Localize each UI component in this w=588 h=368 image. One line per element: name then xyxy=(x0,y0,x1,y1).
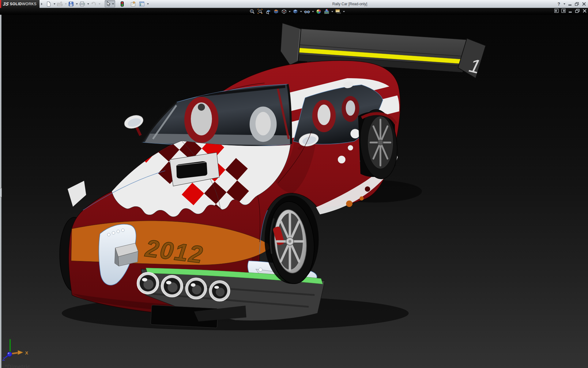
undo-arrow-icon xyxy=(91,1,96,7)
rebuild-traffic-light-icon xyxy=(120,1,124,7)
apply-scene-button[interactable] xyxy=(323,8,330,15)
undo-dropdown[interactable] xyxy=(99,3,100,5)
triad-z-label: Z xyxy=(2,356,6,362)
help-button[interactable]: ? xyxy=(557,2,560,6)
print-dropdown[interactable] xyxy=(87,3,89,5)
minimize-button[interactable] xyxy=(568,2,572,6)
save-dropdown[interactable] xyxy=(76,3,78,5)
rear-wheel xyxy=(357,108,400,181)
zoom-to-area-icon xyxy=(257,9,263,14)
view-settings-dropdown[interactable] xyxy=(343,11,345,12)
ds-logo-mark: 3S xyxy=(2,1,9,6)
splitter-handle[interactable] xyxy=(0,188,2,197)
zoom-to-area-button[interactable] xyxy=(257,8,264,15)
feature-pane-toggle-left[interactable] xyxy=(554,9,559,14)
display-style-dropdown[interactable] xyxy=(300,11,302,12)
options-dropdown[interactable] xyxy=(147,3,149,5)
minimize-document-button[interactable] xyxy=(568,9,572,14)
view-orientation-button[interactable] xyxy=(281,8,288,15)
standard-toolbar xyxy=(45,0,149,7)
select-tool-button[interactable] xyxy=(105,0,115,7)
eyeglasses-icon xyxy=(304,9,310,14)
restore-button[interactable] xyxy=(575,2,579,6)
hide-show-items-button[interactable] xyxy=(303,8,311,15)
section-view-icon xyxy=(273,9,279,14)
reference-triad: X Z xyxy=(0,335,37,368)
new-dropdown[interactable] xyxy=(54,3,55,5)
solidworks-window: 3S SOLIDWORKS xyxy=(0,0,588,368)
save-button[interactable] xyxy=(67,1,75,7)
window-title: Rally Car [Read-only] xyxy=(332,2,367,6)
zoom-to-fit-button[interactable] xyxy=(249,8,256,15)
section-view-button[interactable] xyxy=(273,8,280,15)
view-orientation-dropdown[interactable] xyxy=(289,11,291,12)
help-dropdown[interactable] xyxy=(564,3,565,5)
display-style-button[interactable] xyxy=(292,8,299,15)
new-document-icon xyxy=(46,1,51,7)
solidworks-logo: 3S SOLIDWORKS xyxy=(1,0,40,8)
appearance-sphere-icon xyxy=(316,9,322,14)
print-button[interactable] xyxy=(78,1,86,7)
close-document-button[interactable] xyxy=(582,9,587,14)
heads-up-toolbar-row xyxy=(0,8,588,15)
undo-button[interactable] xyxy=(90,1,97,7)
previous-view-icon xyxy=(265,9,271,14)
file-properties-icon xyxy=(130,1,136,7)
window-controls: ? xyxy=(557,0,586,8)
select-cursor-icon xyxy=(106,1,111,6)
close-button[interactable] xyxy=(582,2,586,6)
display-style-icon xyxy=(292,9,298,14)
feature-pane-toggle-right[interactable] xyxy=(561,9,566,14)
print-icon xyxy=(79,1,85,7)
left-mirror xyxy=(123,113,145,135)
view-settings-icon xyxy=(335,9,341,14)
options-button[interactable] xyxy=(138,1,146,7)
file-properties-button[interactable] xyxy=(129,1,137,7)
view-orientation-icon xyxy=(281,9,287,14)
open-document-button[interactable] xyxy=(56,1,64,7)
zoom-to-fit-icon xyxy=(249,9,255,14)
rally-car-model: 1 xyxy=(0,15,588,368)
apply-scene-dropdown[interactable] xyxy=(331,11,333,12)
edit-appearance-button[interactable] xyxy=(315,8,322,15)
save-floppy-icon xyxy=(68,1,74,7)
options-checklist-icon xyxy=(139,1,145,7)
open-dropdown[interactable] xyxy=(65,3,67,5)
heads-up-view-toolbar xyxy=(249,8,345,15)
new-document-button[interactable] xyxy=(45,1,52,7)
previous-view-button[interactable] xyxy=(265,8,272,15)
rebuild-button[interactable] xyxy=(119,1,125,7)
titlebar: 3S SOLIDWORKS xyxy=(0,0,588,8)
solidworks-wordmark: SOLIDWORKS xyxy=(10,2,36,6)
view-settings-button[interactable] xyxy=(334,8,342,15)
view-orientation-label: *Dimetric xyxy=(5,364,31,368)
triad-x-label: X xyxy=(25,350,28,355)
apply-scene-icon xyxy=(324,9,330,14)
restore-document-button[interactable] xyxy=(575,9,580,14)
open-folder-icon xyxy=(57,1,63,7)
hide-show-dropdown[interactable] xyxy=(312,11,314,12)
document-window-controls xyxy=(554,9,587,14)
toolbar-overflow-chevron[interactable] xyxy=(41,3,43,5)
wing-left-endplate xyxy=(281,23,301,65)
graphics-viewport[interactable]: 1 xyxy=(0,15,588,368)
select-dropdown[interactable] xyxy=(112,3,114,5)
